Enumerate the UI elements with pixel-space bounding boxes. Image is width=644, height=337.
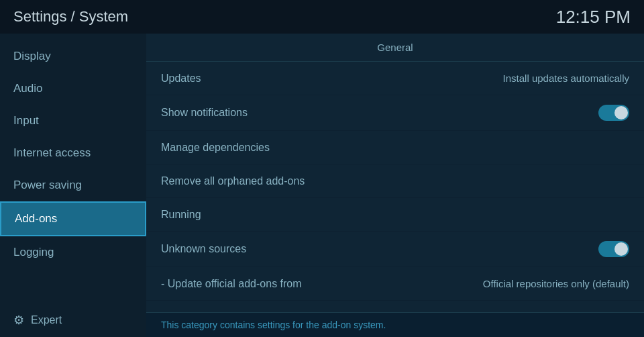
clock: 12:15 PM	[556, 7, 631, 28]
settings-row-manage-dependencies[interactable]: Manage dependencies	[146, 131, 644, 164]
show-notifications-toggle[interactable]	[598, 105, 629, 121]
running-label: Running	[161, 209, 201, 221]
content-area: General Updates Install updates automati…	[146, 34, 644, 337]
sidebar-item-internet-access[interactable]: Internet access	[0, 137, 146, 169]
manage-dependencies-label: Manage dependencies	[161, 142, 270, 154]
page-title: Settings / System	[13, 8, 128, 26]
sidebar-item-display[interactable]: Display	[0, 40, 146, 73]
sidebar-footer-expert[interactable]: ⚙ Expert	[0, 303, 146, 337]
sidebar: Display Audio Input Internet access Powe…	[0, 34, 146, 337]
status-bar: This category contains settings for the …	[146, 312, 644, 337]
unknown-sources-label: Unknown sources	[161, 243, 246, 255]
update-official-label: - Update official add-ons from	[161, 278, 302, 290]
updates-value: Install updates automatically	[503, 73, 629, 84]
settings-row-reset-settings[interactable]: Reset above settings to default	[146, 301, 644, 312]
header: Settings / System 12:15 PM	[0, 0, 644, 34]
update-official-value: Official repositories only (default)	[483, 278, 629, 289]
status-text: This category contains settings for the …	[161, 320, 386, 330]
main-layout: Display Audio Input Internet access Powe…	[0, 34, 644, 337]
unknown-sources-toggle[interactable]	[598, 241, 629, 257]
settings-row-running[interactable]: Running	[146, 198, 644, 232]
settings-row-updates[interactable]: Updates Install updates automatically	[146, 62, 644, 95]
settings-row-remove-orphaned[interactable]: Remove all orphaned add-ons	[146, 164, 644, 198]
settings-row-show-notifications[interactable]: Show notifications	[146, 95, 644, 131]
expert-label: Expert	[31, 314, 62, 326]
section-header-general: General	[146, 34, 644, 62]
remove-orphaned-label: Remove all orphaned add-ons	[161, 175, 305, 187]
settings-row-unknown-sources[interactable]: Unknown sources	[146, 232, 644, 267]
content-scroll: General Updates Install updates automati…	[146, 34, 644, 312]
sidebar-item-logging[interactable]: Logging	[0, 236, 146, 269]
sidebar-item-power-saving[interactable]: Power saving	[0, 169, 146, 201]
show-notifications-label: Show notifications	[161, 107, 248, 119]
sidebar-item-audio[interactable]: Audio	[0, 73, 146, 105]
toggle-knob-unknown	[614, 242, 628, 256]
settings-row-update-official[interactable]: - Update official add-ons from Official …	[146, 267, 644, 301]
gear-icon: ⚙	[13, 313, 24, 328]
sidebar-item-input[interactable]: Input	[0, 105, 146, 137]
sidebar-item-add-ons[interactable]: Add-ons	[0, 201, 146, 236]
updates-label: Updates	[161, 73, 201, 85]
toggle-knob	[614, 106, 628, 119]
